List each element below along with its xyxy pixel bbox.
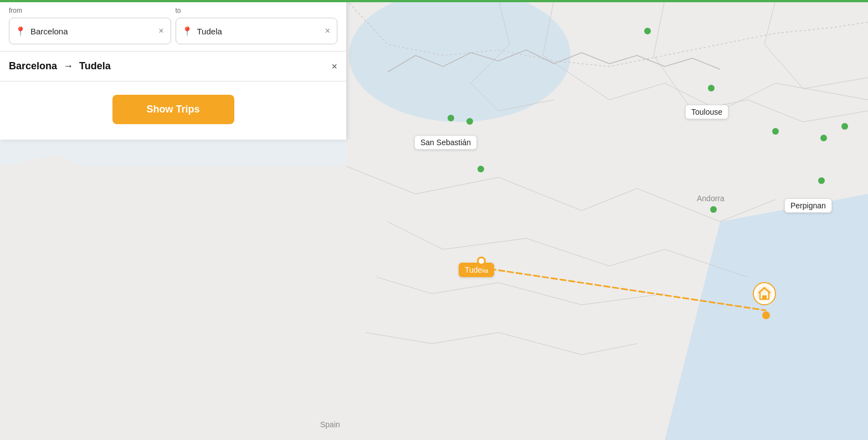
to-label: to	[176, 7, 338, 14]
topbar-stripe	[0, 0, 868, 2]
map-dot-10[interactable]	[710, 206, 717, 213]
route-to: Tudela	[79, 60, 111, 71]
svg-rect-2	[0, 166, 346, 440]
show-trips-button[interactable]: Show Trips	[112, 95, 234, 124]
to-input[interactable]	[197, 27, 320, 36]
destination-dot	[762, 311, 770, 319]
svg-rect-7	[762, 295, 767, 299]
to-input-wrapper: 📍 ×	[176, 18, 338, 44]
show-trips-area: Show Trips	[0, 81, 346, 140]
map-dot-3[interactable]	[448, 115, 454, 121]
map-dot-6[interactable]	[772, 128, 779, 135]
andorra-label: Andorra	[697, 194, 725, 203]
map-dot-4[interactable]	[466, 118, 473, 125]
to-field-group: to 📍 ×	[176, 7, 338, 44]
from-label: from	[9, 7, 171, 14]
left-panel: from 📍 × to 📍 × Barcelona → Tudela ×	[0, 0, 346, 140]
route-close-button[interactable]: ×	[331, 62, 337, 71]
route-text: Barcelona → Tudela	[9, 60, 111, 72]
map-dot-9[interactable]	[818, 177, 825, 184]
from-input[interactable]	[30, 27, 153, 36]
perpignan-label: Perpignan	[784, 198, 832, 213]
san-sebastian-label: San Sebastián	[414, 135, 477, 150]
map-dot-7[interactable]	[820, 135, 827, 141]
toulouse-label: Toulouse	[685, 105, 728, 119]
map-dot-5[interactable]	[841, 123, 848, 130]
tudela-label[interactable]: Tudela	[459, 263, 494, 277]
to-clear-button[interactable]: ×	[324, 25, 331, 37]
route-summary: Barcelona → Tudela ×	[0, 52, 346, 81]
map-dot-2[interactable]	[708, 85, 715, 91]
route-from: Barcelona	[9, 60, 57, 71]
from-clear-button[interactable]: ×	[157, 25, 165, 37]
map-dot-1[interactable]	[644, 28, 651, 34]
to-pin-icon: 📍	[182, 26, 193, 37]
from-input-wrapper: 📍 ×	[9, 18, 171, 44]
barcelona-pin[interactable]	[752, 282, 777, 308]
from-pin-icon: 📍	[15, 26, 26, 37]
route-arrow: →	[63, 60, 73, 71]
map-dot-8[interactable]	[477, 166, 484, 172]
search-row: from 📍 × to 📍 ×	[0, 0, 346, 52]
spain-label: Spain	[320, 420, 340, 429]
origin-dot	[477, 257, 486, 265]
from-field-group: from 📍 ×	[9, 7, 171, 44]
